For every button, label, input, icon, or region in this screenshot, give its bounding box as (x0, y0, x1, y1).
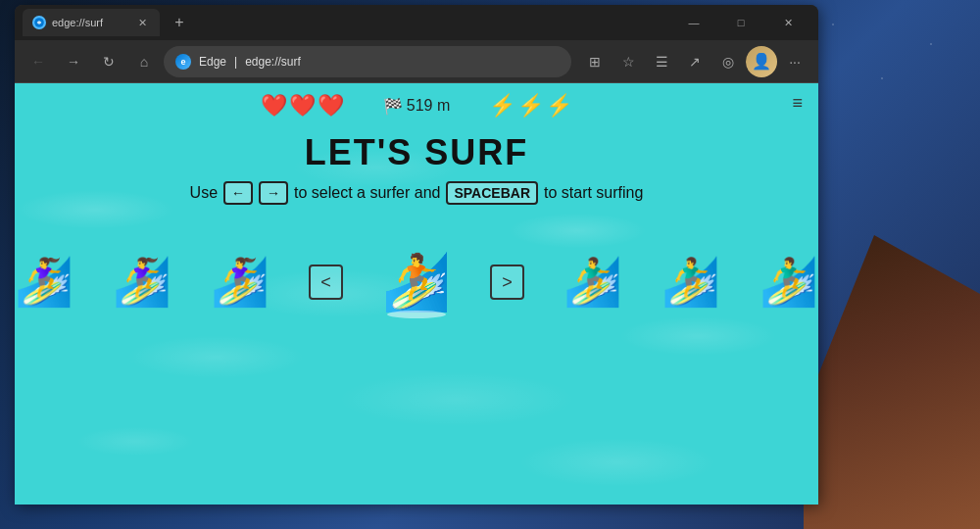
game-title: LET'S SURF (15, 132, 818, 173)
lightning-display: ⚡ ⚡ ⚡ (489, 93, 572, 119)
hud: ❤️ ❤️ ❤️ 🏁 519 m ⚡ ⚡ ⚡ (15, 93, 818, 119)
instructions: Use ← → to select a surfer and SPACEBAR … (15, 181, 818, 205)
lightning-2: ⚡ (517, 93, 544, 119)
right-arrow-key: → (259, 181, 288, 205)
surfer-3-emoji: 🏄‍♀️ (211, 259, 270, 306)
favorites-icon[interactable]: ☆ (612, 46, 644, 77)
lightning-3: ⚡ (546, 93, 572, 119)
heart-1: ❤️ (261, 93, 287, 119)
instruction-suffix: to start surfing (544, 184, 643, 202)
profile-button[interactable]: 👤 (746, 46, 777, 77)
surfer-6-emoji: 🏄‍♂️ (662, 259, 720, 306)
game-content: ❤️ ❤️ ❤️ 🏁 519 m ⚡ ⚡ ⚡ ≡ LET'S SURF Use … (15, 83, 818, 505)
hearts-display: ❤️ ❤️ ❤️ (261, 93, 344, 119)
back-button[interactable]: ← (23, 46, 54, 77)
lightning-1: ⚡ (489, 93, 515, 119)
instruction-prefix: Use (190, 184, 218, 202)
feedback-icon[interactable]: ◎ (712, 46, 744, 77)
minimize-button[interactable]: — (671, 9, 716, 36)
settings-icon[interactable]: ··· (779, 46, 810, 77)
address-bar[interactable]: e Edge | edge://surf (164, 46, 571, 77)
surfer-2: 🏄‍♀️ (113, 259, 172, 306)
surfer-1: 🏄‍♀️ (15, 259, 74, 306)
spacebar-key: SPACEBAR (446, 181, 538, 205)
surfers-row: 🏄‍♀️ 🏄‍♀️ 🏄‍♀️ < 🏄 > 🏄‍♂️ (15, 250, 818, 314)
home-button[interactable]: ⌂ (128, 46, 160, 77)
share-icon[interactable]: ↗ (679, 46, 710, 77)
edge-logo-icon: e (175, 54, 191, 70)
window-controls: — □ ✕ (671, 9, 810, 36)
surfer-6: 🏄‍♂️ (662, 259, 720, 306)
surfer-7-emoji: 🏄‍♂️ (760, 259, 818, 306)
prev-surfer-button[interactable]: < (309, 264, 343, 300)
heart-2: ❤️ (289, 93, 316, 119)
selected-surfer: 🏄 (382, 250, 451, 314)
new-tab-button[interactable]: + (166, 9, 193, 36)
title-bar: edge://surf ✕ + — □ ✕ (15, 5, 818, 40)
browser-tab[interactable]: edge://surf ✕ (23, 9, 160, 36)
brand-label: Edge (199, 55, 226, 69)
surfer-7: 🏄‍♂️ (760, 259, 818, 306)
tab-favicon (32, 16, 46, 29)
refresh-button[interactable]: ↻ (93, 46, 124, 77)
close-button[interactable]: ✕ (765, 9, 810, 36)
distance-display: 🏁 519 m (383, 97, 450, 116)
tab-title: edge://surf (52, 17, 128, 28)
url-display: | (234, 55, 237, 69)
tab-close-button[interactable]: ✕ (134, 15, 150, 30)
browser-window: edge://surf ✕ + — □ ✕ ← → ↻ ⌂ e Edge | e… (15, 5, 818, 505)
tab-search-icon[interactable]: ⊞ (579, 46, 611, 77)
forward-button[interactable]: → (58, 46, 89, 77)
distance-value: 519 m (407, 97, 450, 115)
surfer-5: 🏄‍♂️ (564, 259, 622, 306)
nav-icon-group: ⊞ ☆ ☰ ↗ ◎ 👤 ··· (579, 46, 810, 77)
navigation-bar: ← → ↻ ⌂ e Edge | edge://surf ⊞ ☆ ☰ ↗ ◎ 👤… (15, 40, 818, 83)
maximize-button[interactable]: □ (718, 9, 763, 36)
surfer-2-emoji: 🏄‍♀️ (113, 259, 172, 306)
surfer-3: 🏄‍♀️ (211, 259, 270, 306)
url-text: edge://surf (245, 55, 301, 69)
next-surfer-button[interactable]: > (490, 264, 524, 300)
heart-3: ❤️ (318, 93, 344, 119)
collections-icon[interactable]: ☰ (646, 46, 677, 77)
instruction-middle: to select a surfer and (294, 184, 440, 202)
distance-flag-icon: 🏁 (383, 97, 403, 116)
selected-surfer-emoji: 🏄 (382, 250, 451, 314)
surfer-1-emoji: 🏄‍♀️ (15, 259, 74, 306)
left-arrow-key: ← (223, 181, 253, 205)
surfer-5-emoji: 🏄‍♂️ (564, 259, 622, 306)
